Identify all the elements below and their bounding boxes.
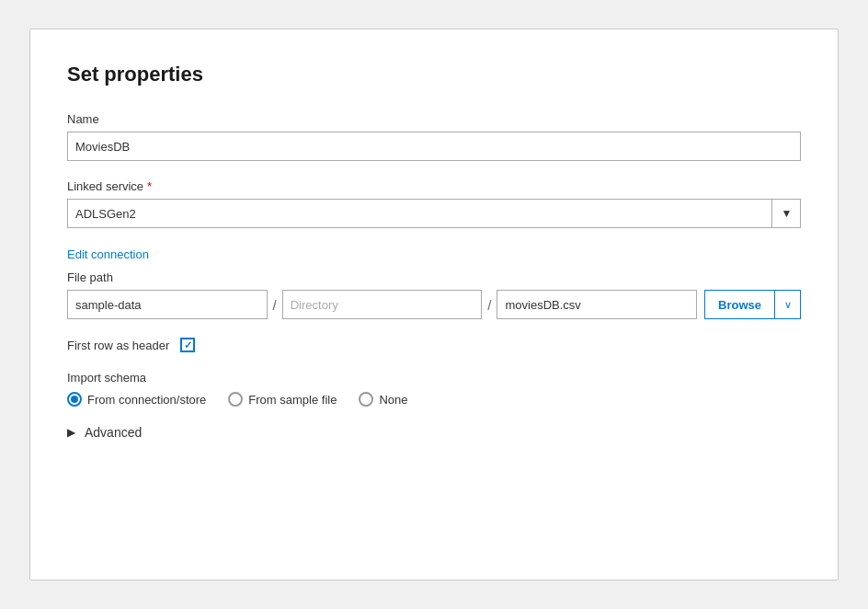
linked-service-label: Linked service * [67,179,801,193]
file-path-container-input[interactable] [67,290,268,319]
radio-label-sample: From sample file [248,393,337,407]
import-schema-section: Import schema From connection/store From… [67,371,801,407]
name-field-group: Name [67,112,801,161]
radio-button-none[interactable] [359,392,373,407]
import-schema-radio-group: From connection/store From sample file N… [67,392,801,407]
file-path-label: File path [67,270,801,284]
radio-item-sample[interactable]: From sample file [228,392,337,407]
first-row-checkbox[interactable]: ✓ [180,338,195,352]
first-row-label: First row as header [67,339,169,352]
radio-label-connection: From connection/store [87,393,206,407]
edit-connection-link[interactable]: Edit connection [67,247,149,261]
radio-button-sample[interactable] [228,392,243,407]
linked-service-select[interactable]: ADLSGen2 [67,199,801,228]
file-path-row: / / Browse ∨ [67,290,801,319]
file-path-group: File path / / Browse ∨ [67,270,801,319]
panel-title: Set properties [67,63,801,86]
advanced-expand-icon: ▶ [67,426,75,439]
linked-service-field-group: Linked service * ADLSGen2 ▼ [67,179,801,228]
browse-button[interactable]: Browse [704,290,775,319]
radio-button-connection[interactable] [67,392,82,407]
radio-inner-connection [71,396,78,403]
file-path-separator-2: / [482,297,497,313]
edit-connection-wrapper: Edit connection [67,247,801,267]
radio-item-connection[interactable]: From connection/store [67,392,206,407]
file-path-separator-1: / [268,297,282,313]
radio-item-none[interactable]: None [359,392,407,407]
set-properties-panel: Set properties Name Linked service * ADL… [29,29,839,580]
first-row-checkbox-wrapper[interactable]: ✓ [180,338,195,352]
required-indicator: * [147,179,152,193]
advanced-section[interactable]: ▶ Advanced [67,425,801,440]
file-path-directory-input[interactable] [282,290,483,319]
import-schema-label: Import schema [67,371,801,385]
chevron-down-icon: ∨ [784,299,792,311]
checkbox-checkmark-icon: ✓ [184,340,192,350]
browse-btn-group: Browse ∨ [704,290,801,319]
first-row-header-group: First row as header ✓ [67,338,801,352]
name-label: Name [67,112,801,126]
advanced-label: Advanced [85,425,142,440]
file-path-filename-input[interactable] [497,290,697,319]
radio-label-none: None [379,393,407,407]
browse-chevron-button[interactable]: ∨ [775,290,801,319]
linked-service-select-wrapper: ADLSGen2 ▼ [67,199,801,228]
name-input[interactable] [67,132,801,161]
